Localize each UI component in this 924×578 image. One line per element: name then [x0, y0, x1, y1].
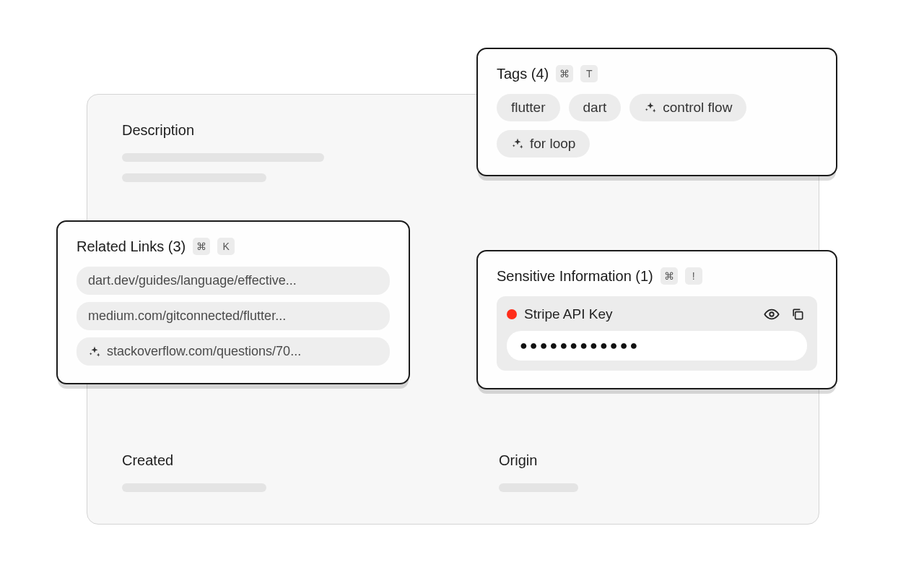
ai-sparkle-icon [644, 101, 657, 114]
shortcut-mod-key: ⌘ [193, 238, 210, 255]
shortcut-key: K [217, 238, 235, 255]
created-placeholder-line [122, 483, 266, 492]
reveal-button[interactable] [762, 305, 781, 324]
sensitive-header: Sensitive Information (1) ⌘ ! [497, 267, 817, 285]
description-placeholder-line [122, 173, 266, 182]
description-section: Description [122, 122, 324, 182]
secret-header-row: Stripe API Key [507, 305, 807, 324]
link-text: medium.com/gitconnected/flutter... [88, 309, 286, 324]
tag-label: flutter [511, 100, 546, 116]
created-section: Created [122, 452, 266, 492]
shortcut-mod-key: ⌘ [556, 65, 573, 82]
tags-card: Tags (4) ⌘ T flutter dart control flow f… [476, 48, 837, 176]
tags-title: Tags (4) [497, 66, 549, 82]
link-text: stackoverflow.com/questions/70... [107, 344, 301, 359]
tag-pill[interactable]: flutter [497, 94, 560, 121]
secret-indicator-dot [507, 309, 517, 319]
related-links-title: Related Links (3) [77, 238, 186, 255]
copy-button[interactable] [788, 305, 807, 324]
shortcut-key: ! [685, 267, 702, 285]
ai-sparkle-icon [511, 137, 524, 150]
sensitive-info-card: Sensitive Information (1) ⌘ ! Stripe API… [476, 250, 837, 389]
tag-label: for loop [530, 136, 575, 152]
related-links-header: Related Links (3) ⌘ K [77, 238, 390, 255]
eye-icon [764, 306, 780, 322]
secret-masked-value[interactable]: ●●●●●●●●●●●● [507, 331, 807, 361]
origin-title: Origin [499, 452, 578, 469]
shortcut-mod-key: ⌘ [661, 267, 678, 285]
tag-pill[interactable]: control flow [629, 94, 746, 121]
ai-sparkle-icon [88, 345, 101, 358]
tags-row: flutter dart control flow for loop [497, 94, 817, 158]
tag-label: dart [583, 100, 607, 116]
shortcut-key: T [580, 65, 598, 82]
related-link-item[interactable]: dart.dev/guides/language/effective... [77, 267, 390, 295]
tags-header: Tags (4) ⌘ T [497, 65, 817, 82]
related-link-item[interactable]: medium.com/gitconnected/flutter... [77, 302, 390, 330]
origin-section: Origin [499, 452, 578, 492]
related-links-card: Related Links (3) ⌘ K dart.dev/guides/la… [56, 220, 410, 384]
tag-label: control flow [663, 100, 732, 116]
sensitive-title: Sensitive Information (1) [497, 268, 653, 285]
link-text: dart.dev/guides/language/effective... [88, 273, 297, 288]
tag-pill[interactable]: for loop [497, 130, 590, 158]
origin-placeholder-line [499, 483, 578, 492]
description-placeholder-line [122, 153, 324, 162]
related-link-item[interactable]: stackoverflow.com/questions/70... [77, 337, 390, 366]
tag-pill[interactable]: dart [569, 94, 622, 121]
description-title: Description [122, 122, 324, 139]
created-title: Created [122, 452, 266, 469]
secret-name: Stripe API Key [524, 306, 755, 322]
secret-item: Stripe API Key ●●●●●●●●●●●● [497, 296, 817, 371]
copy-icon [790, 307, 805, 322]
